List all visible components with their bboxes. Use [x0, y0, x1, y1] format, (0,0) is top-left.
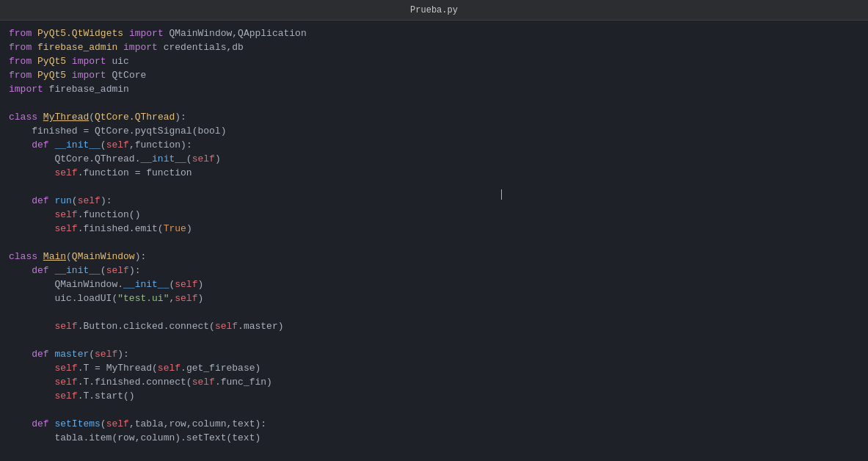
code-line: from PyQt5 import uic — [0, 54, 868, 68]
code-line: finished = QtCore.pyqtSignal(bool) — [0, 124, 868, 138]
editor-area[interactable]: from PyQt5.QtWidgets import QMainWindow,… — [0, 21, 868, 461]
code-line: self.function = function — [0, 166, 868, 180]
code-line: import firebase_admin — [0, 82, 868, 96]
code-line: self.finished.emit(True) — [0, 222, 868, 236]
code-line: tabla.item(row,column).setText(text) — [0, 431, 868, 445]
code-line: QtCore.QThread.__init__(self) — [0, 152, 868, 166]
code-line — [0, 333, 868, 347]
code-line — [0, 236, 868, 250]
code-line: self.T.finished.connect(self.func_fin) — [0, 375, 868, 389]
code-line: def setItems(self,tabla,row,column,text)… — [0, 417, 868, 431]
code-line — [0, 403, 868, 417]
code-line: self.Button.clicked.connect(self.master) — [0, 319, 868, 333]
code-line: class Main(QMainWindow): — [0, 250, 868, 264]
code-line — [0, 180, 868, 194]
code-line: uic.loadUI("test.ui",self) — [0, 291, 868, 305]
code-line: def __init__(self): — [0, 264, 868, 277]
code-line: def master(self): — [0, 347, 868, 361]
text-cursor — [501, 189, 502, 200]
code-line: from firebase_admin import credentials,d… — [0, 40, 868, 54]
code-line: self.T.start() — [0, 389, 868, 403]
code-line: from PyQt5 import QtCore — [0, 68, 868, 82]
code-line — [0, 96, 868, 110]
filename-label: Prueba.py — [410, 5, 458, 15]
code-line: def run(self): — [0, 194, 868, 208]
code-line: def __init__(self,function): — [0, 138, 868, 152]
code-line: self.function() — [0, 208, 868, 222]
code-line: from PyQt5.QtWidgets import QMainWindow,… — [0, 26, 868, 40]
code-line: class MyThread(QtCore.QThread): — [0, 110, 868, 124]
code-line: self.T = MyThread(self.get_firebase) — [0, 361, 868, 375]
code-line: QMainWindow.__init__(self) — [0, 277, 868, 291]
keyword-from: from — [9, 26, 32, 40]
code-line — [0, 305, 868, 319]
title-bar: Prueba.py — [0, 0, 868, 21]
